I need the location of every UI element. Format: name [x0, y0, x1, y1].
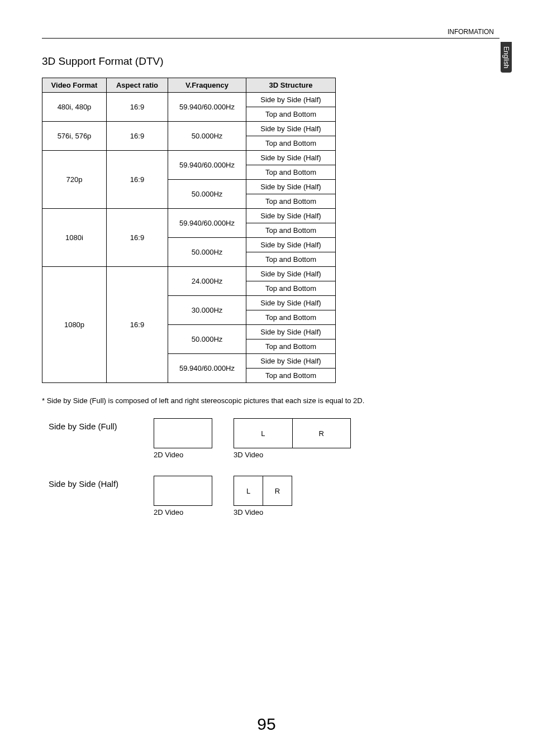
table-row: 720p16:959.940/60.000HzSide by Side (Hal… — [42, 151, 336, 165]
box-3d-half-l: L — [234, 476, 263, 505]
cell-3d-structure: Side by Side (Half) — [246, 209, 336, 223]
fig-3d-half: L R 3D Video — [234, 476, 292, 516]
caption-3d-half: 3D Video — [234, 508, 263, 516]
cell-vfrequency: 50.000Hz — [168, 325, 246, 354]
box-3d-half: L R — [234, 476, 292, 506]
cell-vfrequency: 24.000Hz — [168, 267, 246, 296]
box-3d-full-r: R — [293, 419, 351, 448]
cell-video-format: 720p — [42, 151, 107, 209]
cell-3d-structure: Side by Side (Half) — [246, 93, 336, 107]
box-3d-half-r: R — [263, 476, 292, 505]
cell-aspect-ratio: 16:9 — [107, 209, 168, 267]
cell-3d-structure: Top and Bottom — [246, 252, 336, 267]
footnote: * Side by Side (Full) is composed of lef… — [42, 396, 499, 405]
cell-3d-structure: Top and Bottom — [246, 107, 336, 122]
box-2d-video-half — [154, 476, 212, 506]
cell-vfrequency: 50.000Hz — [168, 180, 246, 209]
table-row: 480i, 480p16:959.940/60.000HzSide by Sid… — [42, 93, 336, 107]
diagram-sbs-full: Side by Side (Full) 2D Video L R 3D Vide… — [42, 418, 499, 459]
cell-3d-structure: Top and Bottom — [246, 136, 336, 151]
box-3d-full: L R — [234, 418, 351, 448]
cell-3d-structure: Side by Side (Half) — [246, 151, 336, 165]
cell-3d-structure: Top and Bottom — [246, 223, 336, 238]
dtv-format-table: Video Format Aspect ratio V.Fraquency 3D… — [42, 78, 336, 383]
col-vfrequency: V.Fraquency — [168, 78, 246, 93]
caption-2d-half: 2D Video — [154, 508, 183, 516]
fig-2d-full: 2D Video — [154, 418, 212, 459]
cell-video-format: 1080p — [42, 267, 107, 383]
cell-3d-structure: Side by Side (Half) — [246, 354, 336, 369]
cell-3d-structure: Side by Side (Half) — [246, 180, 336, 194]
cell-vfrequency: 59.940/60.000Hz — [168, 209, 246, 238]
page-header: INFORMATION — [42, 28, 499, 39]
cell-3d-structure: Top and Bottom — [246, 339, 336, 354]
page-number: 95 — [0, 715, 533, 734]
cell-vfrequency: 59.940/60.000Hz — [168, 93, 246, 122]
header-section-label: INFORMATION — [448, 28, 494, 36]
cell-3d-structure: Side by Side (Half) — [246, 122, 336, 136]
table-row: 1080p16:924.000HzSide by Side (Half) — [42, 267, 336, 281]
fig-2d-half: 2D Video — [154, 476, 212, 516]
col-3d-structure: 3D Structure — [246, 78, 336, 93]
cell-vfrequency: 59.940/60.000Hz — [168, 151, 246, 180]
cell-3d-structure: Top and Bottom — [246, 194, 336, 209]
cell-vfrequency: 59.940/60.000Hz — [168, 354, 246, 383]
cell-3d-structure: Top and Bottom — [246, 369, 336, 383]
cell-vfrequency: 50.000Hz — [168, 238, 246, 267]
cell-3d-structure: Side by Side (Half) — [246, 296, 336, 310]
fig-3d-full: L R 3D Video — [234, 418, 351, 459]
section-title: 3D Support Format (DTV) — [42, 55, 499, 68]
cell-aspect-ratio: 16:9 — [107, 267, 168, 383]
box-2d-video — [154, 418, 212, 448]
cell-vfrequency: 50.000Hz — [168, 122, 246, 151]
cell-3d-structure: Side by Side (Half) — [246, 325, 336, 339]
caption-2d-full: 2D Video — [154, 451, 183, 459]
cell-aspect-ratio: 16:9 — [107, 151, 168, 209]
table-row: 576i, 576p16:950.000HzSide by Side (Half… — [42, 122, 336, 136]
cell-3d-structure: Top and Bottom — [246, 310, 336, 325]
cell-aspect-ratio: 16:9 — [107, 93, 168, 122]
language-tab: English — [501, 42, 512, 73]
caption-3d-full: 3D Video — [234, 451, 263, 459]
cell-video-format: 1080i — [42, 209, 107, 267]
cell-video-format: 576i, 576p — [42, 122, 107, 151]
cell-3d-structure: Top and Bottom — [246, 281, 336, 296]
diagram-label-half: Side by Side (Half) — [42, 476, 154, 489]
diagram-sbs-half: Side by Side (Half) 2D Video L R 3D Vide… — [42, 476, 499, 516]
cell-3d-structure: Side by Side (Half) — [246, 238, 336, 252]
col-aspect-ratio: Aspect ratio — [107, 78, 168, 93]
cell-3d-structure: Top and Bottom — [246, 165, 336, 180]
cell-vfrequency: 30.000Hz — [168, 296, 246, 325]
box-3d-full-l: L — [234, 419, 293, 448]
cell-video-format: 480i, 480p — [42, 93, 107, 122]
table-row: 1080i16:959.940/60.000HzSide by Side (Ha… — [42, 209, 336, 223]
cell-3d-structure: Side by Side (Half) — [246, 267, 336, 281]
col-video-format: Video Format — [42, 78, 107, 93]
diagram-label-full: Side by Side (Full) — [42, 418, 154, 431]
cell-aspect-ratio: 16:9 — [107, 122, 168, 151]
